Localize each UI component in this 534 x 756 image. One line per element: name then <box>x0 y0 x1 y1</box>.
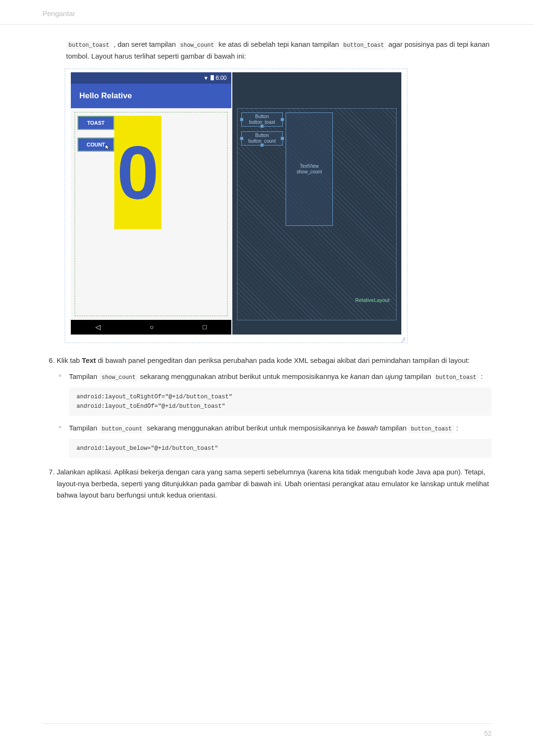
code-button-toast-2: button_toast <box>341 41 386 50</box>
step-7: Jalankan aplikasi. Aplikasi bekerja deng… <box>57 466 492 501</box>
header-title: Pengantar <box>42 9 75 17</box>
step-6-sub-2: Tampilan button_count sekarang menggunak… <box>69 422 492 458</box>
step-6-sublist: Tampilan show_count sekarang menggunakan… <box>69 371 492 458</box>
bp-textview-box: TextView show_count <box>286 112 333 226</box>
blueprint-bounds: Button button_toast Button button_count … <box>237 108 397 320</box>
page-header: Pengantar <box>0 0 534 25</box>
blueprint-pane: Button button_toast Button button_count … <box>232 72 401 335</box>
nav-back-icon: ◁ <box>95 323 101 331</box>
code-block-2: android:layout_below="@+id/button_toast" <box>69 439 492 458</box>
bp-toast-box: Button button_toast <box>241 112 283 127</box>
bp-count-box: Button button_count <box>241 131 283 146</box>
wifi-icon: ▼ <box>203 75 209 81</box>
counter-value: 0 <box>117 135 159 210</box>
step-6: Klik tab Text di bawah panel pengeditan … <box>57 355 492 458</box>
layout-figure: ▼ 6:00 Hello Relative TOAST COUNT <box>66 70 406 342</box>
nav-home-icon: ○ <box>150 323 153 331</box>
resize-handle-icon <box>398 334 405 341</box>
show-count-view: 0 <box>114 116 161 229</box>
app-bar: Hello Relative <box>71 84 231 108</box>
code-button-toast: button_toast <box>66 41 111 50</box>
status-time: 6:00 <box>216 75 227 81</box>
status-bar: ▼ 6:00 <box>71 72 231 84</box>
step-6-sub-1: Tampilan show_count sekarang menggunakan… <box>69 371 492 416</box>
page-footer: 52 <box>42 723 492 737</box>
page-content: button_toast , dan seret tampilan show_c… <box>0 25 534 501</box>
phone-body: TOAST COUNT 0 <box>71 108 231 320</box>
nav-recent-icon: □ <box>203 323 207 331</box>
nav-bar: ◁ ○ □ <box>71 320 231 335</box>
app-title: Hello Relative <box>79 91 132 101</box>
code-block-1: android:layout_toRightOf="@+id/button_to… <box>69 387 492 416</box>
steps-list: Klik tab Text di bawah panel pengeditan … <box>57 355 492 502</box>
page-number: 52 <box>484 730 492 737</box>
battery-icon <box>211 75 214 80</box>
count-button: COUNT <box>77 137 114 152</box>
intro-paragraph: button_toast , dan seret tampilan show_c… <box>66 39 492 62</box>
toast-button: TOAST <box>77 116 114 130</box>
design-pane: ▼ 6:00 Hello Relative TOAST COUNT <box>71 72 231 335</box>
bp-relativelayout-label: RelativeLayout <box>355 297 390 303</box>
code-show-count: show_count <box>178 41 217 50</box>
